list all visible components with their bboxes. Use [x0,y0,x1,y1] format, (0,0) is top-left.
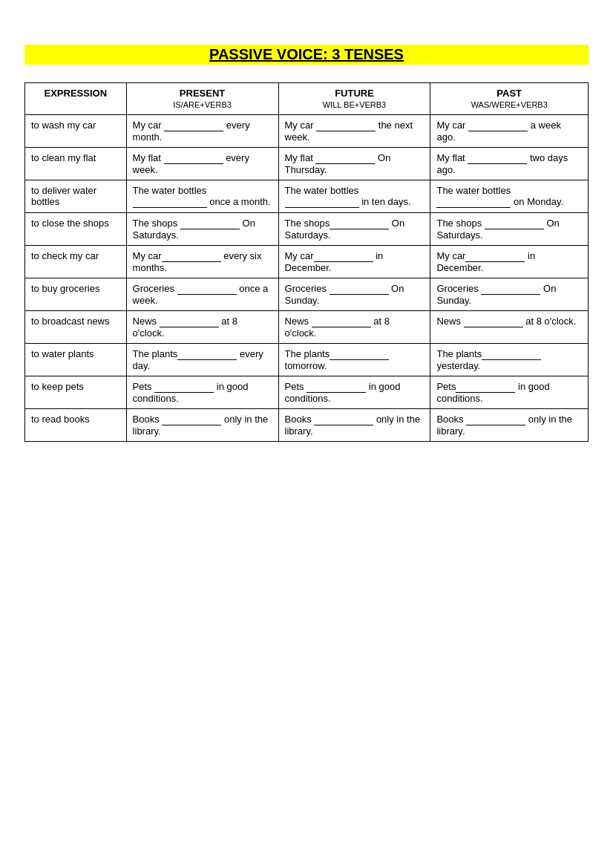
table-cell: My flat two days ago. [430,148,589,180]
fill-blank [162,414,221,425]
fill-blank [465,250,525,262]
header-future: FUTURE WILL BE+VERB3 [278,83,430,115]
page-wrapper: PASSIVE VOICE: 3 TENSES EXPRESSION PRESE… [24,45,589,442]
table-row: to deliver water bottlesThe water bottle… [25,180,589,213]
header-row: EXPRESSION PRESENT IS/ARE+VERB3 FUTURE W… [25,83,589,115]
table-cell: News at 8 o'clock. [430,311,589,344]
subheader-future: WILL BE+VERB3 [323,100,387,109]
table-cell: Books only in the library. [278,409,430,442]
table-cell: My flat On Thursday. [278,148,430,180]
fill-blank [314,414,373,425]
table-cell: The plants yesterday. [430,344,589,376]
fill-blank [468,152,527,164]
header-expression: EXPRESSION [25,83,127,115]
table-cell: My car a week ago. [430,115,589,148]
table-cell: News at 8 o'clock. [126,311,278,344]
table-cell: The water bottles in ten days. [278,180,430,213]
fill-blank [164,120,223,131]
table-row: to clean my flatMy flat every week.My fl… [25,148,589,180]
table-cell: News at 8 o'clock. [278,311,430,344]
table-container: EXPRESSION PRESENT IS/ARE+VERB3 FUTURE W… [24,82,589,442]
table-row: to keep petsPets in good conditions.Pets… [25,376,589,409]
table-row: to check my carMy car every six months.M… [25,246,589,278]
page-title: PASSIVE VOICE: 3 TENSES [24,45,589,65]
subheader-past: WAS/WERE+VERB3 [471,100,548,109]
table-row: to close the shopsThe shops On Saturdays… [25,213,589,246]
table-row: to wash my carMy car every month.My car … [25,115,589,148]
table-cell: My car in December. [278,246,430,278]
table-cell: Groceries On Sunday. [430,278,589,311]
subheader-present: IS/ARE+VERB3 [173,100,232,109]
fill-blank [485,218,544,229]
expression-cell: to water plants [25,344,127,376]
fill-blank [162,250,221,262]
fill-blank [330,283,389,295]
header-present: PRESENT IS/ARE+VERB3 [126,83,278,115]
fill-blank [314,250,373,262]
main-table: EXPRESSION PRESENT IS/ARE+VERB3 FUTURE W… [24,82,589,442]
table-cell: Books only in the library. [430,409,589,442]
fill-blank [464,316,523,327]
fill-blank [456,381,515,393]
table-cell: The plants tomorrow. [278,344,430,376]
fill-blank [330,348,389,360]
fill-blank [316,120,376,131]
fill-blank [164,152,223,164]
table-cell: My car every month. [126,115,278,148]
table-cell: Groceries once a week. [126,278,278,311]
table-cell: My car in December. [430,246,589,278]
table-cell: My car the next week. [278,115,430,148]
table-cell: My flat every week. [126,148,278,180]
fill-blank [160,316,219,327]
fill-blank [436,196,511,208]
fill-blank [306,381,366,393]
table-cell: The shops On Saturdays. [278,213,430,246]
table-cell: Books only in the library. [126,409,278,442]
expression-cell: to check my car [25,246,127,278]
fill-blank [177,283,237,295]
table-cell: Pets in good conditions. [430,376,589,409]
table-row: to read booksBooks only in the library.B… [25,409,589,442]
fill-blank [315,152,375,164]
expression-cell: to keep pets [25,376,127,409]
table-cell: Pets in good conditions. [126,376,278,409]
table-cell: The shops On Saturdays. [126,213,278,246]
table-row: to broadcast newsNews at 8 o'clock.News … [25,311,589,344]
table-body: to wash my carMy car every month.My car … [25,115,589,442]
fill-blank [133,196,207,208]
table-cell: The water bottles on Monday. [430,180,589,213]
table-cell: The water bottles once a month. [126,180,278,213]
table-row: to buy groceriesGroceries once a week.Gr… [25,278,589,311]
expression-cell: to deliver water bottles [25,180,127,213]
table-cell: Groceries On Sunday. [278,278,430,311]
fill-blank [330,218,389,229]
fill-blank [285,196,359,208]
table-row: to water plantsThe plants every day.The … [25,344,589,376]
fill-blank [312,316,371,327]
fill-blank [468,120,528,131]
table-cell: The shops On Saturdays. [430,213,589,246]
fill-blank [481,283,540,295]
expression-cell: to buy groceries [25,278,127,311]
expression-cell: to broadcast news [25,311,127,344]
expression-cell: to close the shops [25,213,127,246]
header-past: PAST WAS/WERE+VERB3 [430,83,589,115]
expression-cell: to read books [25,409,127,442]
expression-cell: to wash my car [25,115,127,148]
expression-cell: to clean my flat [25,148,127,180]
fill-blank [177,348,237,360]
title-wrapper: PASSIVE VOICE: 3 TENSES [24,45,589,74]
fill-blank [154,381,214,393]
fill-blank [482,348,541,360]
fill-blank [180,218,240,229]
table-cell: Pets in good conditions. [278,376,430,409]
table-cell: My car every six months. [126,246,278,278]
table-cell: The plants every day. [126,344,278,376]
fill-blank [466,414,525,425]
